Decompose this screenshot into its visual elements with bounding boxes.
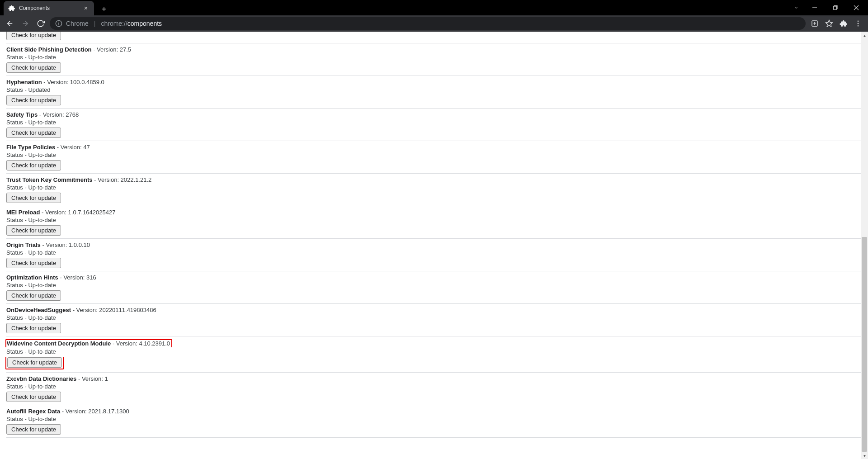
extensions-button[interactable] <box>837 17 850 30</box>
components-list: - Version: Status - Check for updateClie… <box>0 32 861 438</box>
component-header: Optimization Hints - Version: 316 <box>6 274 861 281</box>
bookmark-button[interactable] <box>823 17 835 30</box>
vertical-scrollbar[interactable]: ▴ ▾ <box>861 32 868 459</box>
page-scroll-area[interactable]: - Version: Status - Check for updateClie… <box>0 32 861 459</box>
component-version: - Version: 20220111.419803486 <box>71 307 156 313</box>
component-version: - Version: 4.10.2391.0 <box>111 340 170 347</box>
component-header: Safety Tips - Version: 2768 <box>6 111 861 118</box>
highlight-box: Widevine Content Decryption Module - Ver… <box>5 339 172 347</box>
check-update-button[interactable]: Check for update <box>7 357 62 368</box>
scroll-down-arrow[interactable]: ▾ <box>861 452 868 459</box>
component-status: Status - Up-to-date <box>6 249 861 256</box>
extension-icon <box>8 5 15 12</box>
component-header: Trust Token Key Commitments - Version: 2… <box>6 176 861 183</box>
check-update-button[interactable]: Check for update <box>6 193 61 203</box>
component-version: - Version: 100.0.4859.0 <box>42 79 104 85</box>
check-update-button[interactable]: Check for update <box>6 290 61 301</box>
address-bar[interactable]: Chrome | chrome://components <box>50 17 806 30</box>
check-update-button[interactable]: Check for update <box>6 62 61 73</box>
reload-button[interactable] <box>34 17 47 30</box>
highlight-box: Check for update <box>5 357 64 369</box>
component-version: - Version: 27.5 <box>92 46 131 53</box>
component-item: Optimization Hints - Version: 316Status … <box>6 271 861 304</box>
check-update-button[interactable]: Check for update <box>6 392 61 402</box>
component-status: Status - Up-to-date <box>6 184 861 191</box>
component-item: File Type Policies - Version: 47Status -… <box>6 141 861 174</box>
component-item: Origin Trials - Version: 1.0.0.10Status … <box>6 239 861 271</box>
component-name: MEI Preload <box>6 209 40 216</box>
check-update-button[interactable]: Check for update <box>6 95 61 105</box>
check-update-button[interactable]: Check for update <box>6 258 61 268</box>
component-name: Zxcvbn Data Dictionaries <box>6 375 76 382</box>
svg-point-10 <box>58 22 59 23</box>
component-status: Status - Up-to-date <box>6 151 861 158</box>
check-update-button[interactable]: Check for update <box>6 128 61 138</box>
maximize-button[interactable] <box>826 1 845 14</box>
component-name: Origin Trials <box>6 241 41 248</box>
component-item: Trust Token Key Commitments - Version: 2… <box>6 174 861 206</box>
check-update-button[interactable]: Check for update <box>6 225 61 236</box>
svg-point-15 <box>858 23 859 24</box>
svg-rect-11 <box>58 23 59 25</box>
svg-marker-13 <box>826 20 833 27</box>
browser-tab[interactable]: Components × <box>4 1 94 15</box>
component-status: Status - Up-to-date <box>6 282 861 289</box>
component-status: Status - Up-to-date <box>6 119 861 126</box>
component-version: - Version: 2022.1.21.2 <box>92 176 151 183</box>
component-version: - Version: 2021.8.17.1300 <box>60 408 129 415</box>
component-header: Zxcvbn Data Dictionaries - Version: 1 <box>6 375 861 382</box>
component-item: Client Side Phishing Detection - Version… <box>6 43 861 76</box>
component-item: - Version: Status - Check for update <box>6 32 861 43</box>
scroll-up-arrow[interactable]: ▴ <box>861 32 868 39</box>
tab-title: Components <box>19 5 79 11</box>
check-update-button[interactable]: Check for update <box>6 323 61 333</box>
check-update-button[interactable]: Check for update <box>6 160 61 170</box>
component-version: - Version: 1 <box>76 375 108 382</box>
component-name: Widevine Content Decryption Module <box>7 340 111 347</box>
component-item: Hyphenation - Version: 100.0.4859.0Statu… <box>6 76 861 109</box>
component-status: Status - Up-to-date <box>6 416 861 422</box>
component-header: OnDeviceHeadSuggest - Version: 20220111.… <box>6 307 861 313</box>
component-header: MEI Preload - Version: 1.0.7.1642025427 <box>6 209 861 216</box>
component-item: MEI Preload - Version: 1.0.7.1642025427S… <box>6 206 861 239</box>
site-info-icon[interactable] <box>55 20 62 27</box>
component-name: File Type Policies <box>6 144 55 151</box>
tab-search-button[interactable] <box>788 1 804 14</box>
component-item: Zxcvbn Data Dictionaries - Version: 1Sta… <box>6 373 861 405</box>
titlebar: Components × <box>0 0 868 15</box>
tabs-area: Components × <box>0 0 110 15</box>
component-item: OnDeviceHeadSuggest - Version: 20220111.… <box>6 304 861 336</box>
check-update-button[interactable]: Check for update <box>6 424 61 435</box>
check-update-button[interactable]: Check for update <box>6 32 61 40</box>
component-header: Widevine Content Decryption Module - Ver… <box>6 339 861 347</box>
menu-button[interactable] <box>852 17 864 30</box>
component-name: Optimization Hints <box>6 274 58 281</box>
toolbar: Chrome | chrome://components <box>0 15 868 32</box>
component-name: Hyphenation <box>6 79 42 85</box>
component-header: File Type Policies - Version: 47 <box>6 144 861 151</box>
component-name: Trust Token Key Commitments <box>6 176 92 183</box>
forward-button[interactable] <box>19 17 32 30</box>
back-button[interactable] <box>4 17 16 30</box>
component-header: Hyphenation - Version: 100.0.4859.0 <box>6 79 861 85</box>
component-header: Autofill Regex Data - Version: 2021.8.17… <box>6 408 861 415</box>
component-version: - Version: 47 <box>55 144 90 151</box>
share-button[interactable] <box>808 17 821 30</box>
close-window-button[interactable] <box>846 1 866 14</box>
scrollbar-track[interactable] <box>861 39 868 452</box>
new-tab-button[interactable] <box>98 3 110 15</box>
svg-rect-4 <box>834 6 837 9</box>
close-tab-button[interactable]: × <box>82 5 90 12</box>
svg-point-16 <box>858 25 859 27</box>
component-name: Safety Tips <box>6 111 38 118</box>
component-item: Widevine Content Decryption Module - Ver… <box>6 336 861 373</box>
component-status: Status - Updated <box>6 86 861 93</box>
component-version: - Version: 316 <box>58 274 96 281</box>
component-header: Client Side Phishing Detection - Version… <box>6 46 861 53</box>
scrollbar-thumb[interactable] <box>862 237 867 452</box>
component-version: - Version: 1.0.7.1642025427 <box>40 209 115 216</box>
component-status: Status - Up-to-date <box>6 383 861 390</box>
component-version: - Version: 2768 <box>38 111 79 118</box>
component-status: Status - Up-to-date <box>6 54 861 61</box>
minimize-button[interactable] <box>805 1 825 14</box>
